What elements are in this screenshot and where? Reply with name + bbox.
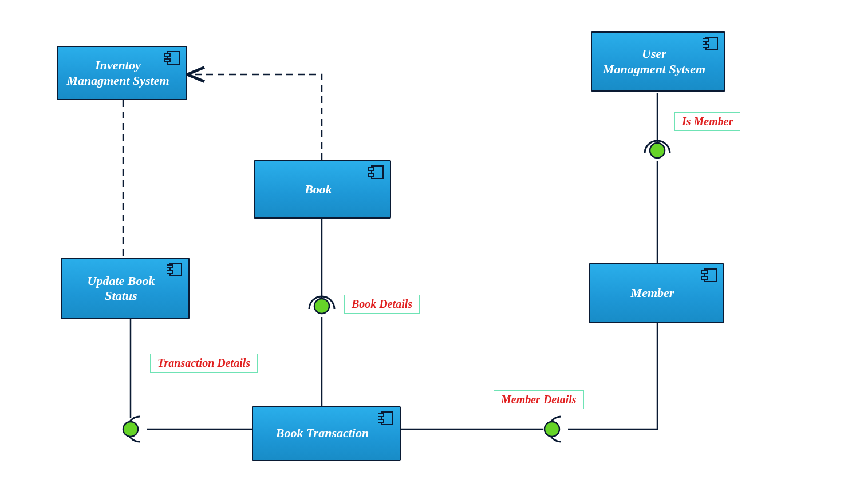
svg-rect-4 <box>703 39 708 42</box>
ball-is-member <box>646 139 669 162</box>
svg-rect-16 <box>378 414 384 417</box>
svg-rect-5 <box>703 45 708 47</box>
component-icon <box>164 50 180 65</box>
svg-rect-13 <box>701 271 707 274</box>
component-icon <box>167 262 183 277</box>
component-label: UserManagment Sytsem <box>603 46 705 77</box>
component-label: Book Transaction <box>276 426 369 441</box>
svg-rect-14 <box>701 276 707 279</box>
socket-memberdetails <box>549 417 561 442</box>
svg-rect-6 <box>372 166 383 179</box>
component-book: Book <box>254 160 391 219</box>
svg-rect-9 <box>170 263 182 276</box>
svg-rect-0 <box>168 52 179 64</box>
label-book-details: Book Details <box>344 295 420 314</box>
svg-rect-3 <box>706 37 717 50</box>
label-member-details: Member Details <box>494 390 584 409</box>
component-book-transaction: Book Transaction <box>252 406 401 461</box>
socket-txndetails <box>127 417 140 442</box>
ball-member-details <box>540 418 563 441</box>
svg-point-21 <box>545 422 559 437</box>
svg-rect-8 <box>368 173 374 176</box>
svg-rect-17 <box>378 419 384 422</box>
component-icon <box>378 411 394 426</box>
socket-bookdetails <box>309 296 334 309</box>
component-label: Book <box>305 182 332 197</box>
component-icon <box>703 36 719 51</box>
ball-book-details <box>310 295 333 318</box>
svg-point-19 <box>650 143 665 158</box>
component-member: Member <box>589 263 724 323</box>
svg-rect-12 <box>705 269 716 282</box>
dependency-book-to-inventory <box>187 74 322 160</box>
svg-rect-7 <box>368 168 374 171</box>
label-transaction-details: Transaction Details <box>150 354 258 373</box>
svg-rect-11 <box>167 271 172 274</box>
svg-rect-1 <box>164 53 170 56</box>
svg-point-18 <box>314 299 329 314</box>
component-icon <box>368 165 384 180</box>
label-is-member: Is Member <box>674 112 740 131</box>
svg-rect-2 <box>164 59 170 62</box>
component-inventory-management: InventoyManagment System <box>57 46 187 100</box>
wire-memberdetails-to-member <box>568 323 657 429</box>
component-label: InventoyManagment System <box>66 58 169 88</box>
component-label: Update BookStatus <box>88 274 155 304</box>
svg-rect-15 <box>381 412 393 425</box>
diagram-canvas: InventoyManagment System UserManagment S… <box>0 0 868 499</box>
component-user-management: UserManagment Sytsem <box>591 31 725 92</box>
ball-transaction-details <box>119 418 142 441</box>
component-update-book-status: Update BookStatus <box>61 258 190 319</box>
socket-ismember <box>645 141 670 153</box>
component-icon <box>701 268 717 283</box>
svg-rect-10 <box>167 265 172 268</box>
svg-point-20 <box>123 422 138 437</box>
component-label: Member <box>631 286 674 300</box>
